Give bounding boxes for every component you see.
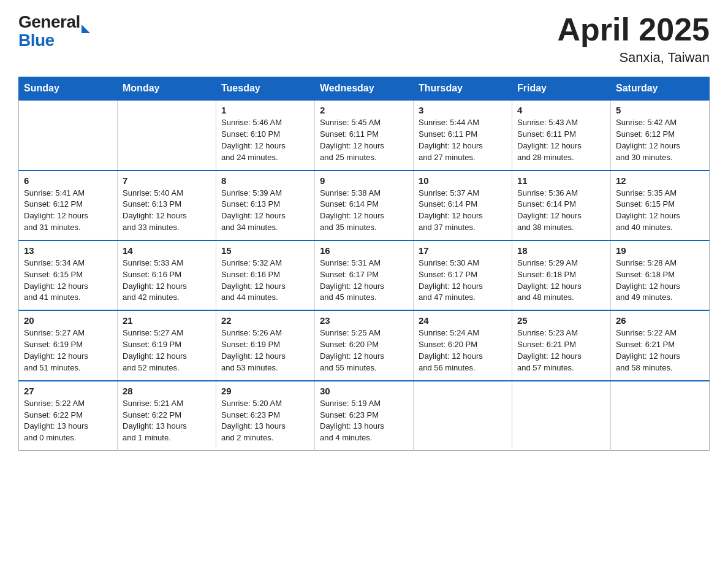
calendar-day-cell: 9Sunrise: 5:38 AM Sunset: 6:14 PM Daylig… bbox=[315, 170, 414, 240]
day-number: 20 bbox=[24, 315, 112, 326]
day-info: Sunrise: 5:38 AM Sunset: 6:14 PM Dayligh… bbox=[320, 188, 408, 234]
calendar-week-row: 13Sunrise: 5:34 AM Sunset: 6:15 PM Dayli… bbox=[19, 240, 710, 310]
calendar-day-cell: 30Sunrise: 5:19 AM Sunset: 6:23 PM Dayli… bbox=[315, 381, 414, 451]
calendar-day-cell: 18Sunrise: 5:29 AM Sunset: 6:18 PM Dayli… bbox=[512, 240, 611, 310]
calendar-day-cell bbox=[611, 381, 710, 451]
day-number: 9 bbox=[320, 175, 408, 186]
day-info: Sunrise: 5:22 AM Sunset: 6:21 PM Dayligh… bbox=[616, 327, 704, 373]
day-info: Sunrise: 5:32 AM Sunset: 6:16 PM Dayligh… bbox=[221, 258, 309, 304]
calendar-day-cell: 28Sunrise: 5:21 AM Sunset: 6:22 PM Dayli… bbox=[118, 381, 216, 451]
calendar-body: 1Sunrise: 5:46 AM Sunset: 6:10 PM Daylig… bbox=[19, 100, 710, 450]
day-info: Sunrise: 5:43 AM Sunset: 6:11 PM Dayligh… bbox=[517, 117, 605, 163]
day-info: Sunrise: 5:29 AM Sunset: 6:18 PM Dayligh… bbox=[517, 258, 605, 304]
day-info: Sunrise: 5:37 AM Sunset: 6:14 PM Dayligh… bbox=[419, 188, 507, 234]
day-info: Sunrise: 5:22 AM Sunset: 6:22 PM Dayligh… bbox=[24, 398, 112, 444]
day-info: Sunrise: 5:21 AM Sunset: 6:22 PM Dayligh… bbox=[123, 398, 211, 444]
calendar-week-row: 27Sunrise: 5:22 AM Sunset: 6:22 PM Dayli… bbox=[19, 381, 710, 451]
day-info: Sunrise: 5:19 AM Sunset: 6:23 PM Dayligh… bbox=[320, 398, 408, 444]
calendar-day-cell: 12Sunrise: 5:35 AM Sunset: 6:15 PM Dayli… bbox=[611, 170, 710, 240]
calendar-day-cell: 3Sunrise: 5:44 AM Sunset: 6:11 PM Daylig… bbox=[414, 100, 512, 170]
day-info: Sunrise: 5:45 AM Sunset: 6:11 PM Dayligh… bbox=[320, 117, 408, 163]
day-number: 16 bbox=[320, 245, 408, 256]
day-info: Sunrise: 5:44 AM Sunset: 6:11 PM Dayligh… bbox=[419, 117, 507, 163]
calendar-day-header: Tuesday bbox=[216, 77, 315, 101]
day-info: Sunrise: 5:46 AM Sunset: 6:10 PM Dayligh… bbox=[221, 117, 309, 163]
calendar-day-cell: 5Sunrise: 5:42 AM Sunset: 6:12 PM Daylig… bbox=[611, 100, 710, 170]
calendar-day-cell: 6Sunrise: 5:41 AM Sunset: 6:12 PM Daylig… bbox=[19, 170, 118, 240]
calendar-day-cell: 25Sunrise: 5:23 AM Sunset: 6:21 PM Dayli… bbox=[512, 310, 611, 380]
day-number: 24 bbox=[419, 315, 507, 326]
logo-blue-text: Blue bbox=[18, 32, 90, 49]
day-number: 8 bbox=[221, 175, 309, 186]
day-number: 28 bbox=[123, 386, 211, 396]
calendar-day-cell: 23Sunrise: 5:25 AM Sunset: 6:20 PM Dayli… bbox=[315, 310, 414, 380]
calendar-day-cell bbox=[414, 381, 512, 451]
day-number: 26 bbox=[616, 315, 704, 326]
day-number: 7 bbox=[123, 175, 211, 186]
calendar-day-header: Saturday bbox=[611, 77, 710, 101]
day-info: Sunrise: 5:42 AM Sunset: 6:12 PM Dayligh… bbox=[616, 117, 704, 163]
day-number: 11 bbox=[517, 175, 605, 186]
calendar-day-header: Friday bbox=[512, 77, 611, 101]
calendar-day-cell: 2Sunrise: 5:45 AM Sunset: 6:11 PM Daylig… bbox=[315, 100, 414, 170]
day-number: 29 bbox=[221, 386, 309, 396]
day-number: 15 bbox=[221, 245, 309, 256]
calendar-day-cell: 22Sunrise: 5:26 AM Sunset: 6:19 PM Dayli… bbox=[216, 310, 315, 380]
day-info: Sunrise: 5:33 AM Sunset: 6:16 PM Dayligh… bbox=[123, 258, 211, 304]
day-number: 5 bbox=[616, 105, 704, 115]
day-number: 21 bbox=[123, 315, 211, 326]
title-block: April 2025 Sanxia, Taiwan bbox=[557, 12, 710, 66]
day-info: Sunrise: 5:20 AM Sunset: 6:23 PM Dayligh… bbox=[221, 398, 309, 444]
calendar-day-cell bbox=[512, 381, 611, 451]
calendar-day-cell: 8Sunrise: 5:39 AM Sunset: 6:13 PM Daylig… bbox=[216, 170, 315, 240]
calendar-day-cell: 1Sunrise: 5:46 AM Sunset: 6:10 PM Daylig… bbox=[216, 100, 315, 170]
calendar-day-header: Sunday bbox=[19, 77, 118, 101]
day-info: Sunrise: 5:41 AM Sunset: 6:12 PM Dayligh… bbox=[24, 188, 112, 234]
calendar-header: SundayMondayTuesdayWednesdayThursdayFrid… bbox=[19, 77, 710, 101]
day-number: 13 bbox=[24, 245, 112, 256]
calendar-day-cell: 29Sunrise: 5:20 AM Sunset: 6:23 PM Dayli… bbox=[216, 381, 315, 451]
calendar-day-cell: 14Sunrise: 5:33 AM Sunset: 6:16 PM Dayli… bbox=[118, 240, 216, 310]
day-number: 25 bbox=[517, 315, 605, 326]
day-info: Sunrise: 5:30 AM Sunset: 6:17 PM Dayligh… bbox=[419, 258, 507, 304]
calendar-table: SundayMondayTuesdayWednesdayThursdayFrid… bbox=[18, 77, 710, 451]
day-number: 22 bbox=[221, 315, 309, 326]
calendar-day-header: Wednesday bbox=[315, 77, 414, 101]
calendar-subtitle: Sanxia, Taiwan bbox=[557, 50, 710, 66]
day-info: Sunrise: 5:34 AM Sunset: 6:15 PM Dayligh… bbox=[24, 258, 112, 304]
calendar-day-cell bbox=[19, 100, 118, 170]
calendar-day-cell: 15Sunrise: 5:32 AM Sunset: 6:16 PM Dayli… bbox=[216, 240, 315, 310]
calendar-day-cell: 10Sunrise: 5:37 AM Sunset: 6:14 PM Dayli… bbox=[414, 170, 512, 240]
day-info: Sunrise: 5:36 AM Sunset: 6:14 PM Dayligh… bbox=[517, 188, 605, 234]
calendar-title: April 2025 bbox=[557, 12, 710, 47]
calendar-day-cell: 26Sunrise: 5:22 AM Sunset: 6:21 PM Dayli… bbox=[611, 310, 710, 380]
day-number: 14 bbox=[123, 245, 211, 256]
day-number: 2 bbox=[320, 105, 408, 115]
day-number: 4 bbox=[517, 105, 605, 115]
day-info: Sunrise: 5:27 AM Sunset: 6:19 PM Dayligh… bbox=[24, 327, 112, 373]
day-info: Sunrise: 5:39 AM Sunset: 6:13 PM Dayligh… bbox=[221, 188, 309, 234]
day-info: Sunrise: 5:24 AM Sunset: 6:20 PM Dayligh… bbox=[419, 327, 507, 373]
calendar-day-cell: 7Sunrise: 5:40 AM Sunset: 6:13 PM Daylig… bbox=[118, 170, 216, 240]
calendar-day-cell: 16Sunrise: 5:31 AM Sunset: 6:17 PM Dayli… bbox=[315, 240, 414, 310]
day-info: Sunrise: 5:40 AM Sunset: 6:13 PM Dayligh… bbox=[123, 188, 211, 234]
logo-general-text: General bbox=[18, 12, 80, 32]
day-info: Sunrise: 5:35 AM Sunset: 6:15 PM Dayligh… bbox=[616, 188, 704, 234]
day-number: 12 bbox=[616, 175, 704, 186]
calendar-week-row: 1Sunrise: 5:46 AM Sunset: 6:10 PM Daylig… bbox=[19, 100, 710, 170]
day-number: 1 bbox=[221, 105, 309, 115]
day-number: 10 bbox=[419, 175, 507, 186]
calendar-day-cell: 17Sunrise: 5:30 AM Sunset: 6:17 PM Dayli… bbox=[414, 240, 512, 310]
day-number: 30 bbox=[320, 386, 408, 396]
calendar-day-cell bbox=[118, 100, 216, 170]
calendar-day-cell: 11Sunrise: 5:36 AM Sunset: 6:14 PM Dayli… bbox=[512, 170, 611, 240]
day-info: Sunrise: 5:27 AM Sunset: 6:19 PM Dayligh… bbox=[123, 327, 211, 373]
day-number: 17 bbox=[419, 245, 507, 256]
calendar-day-cell: 4Sunrise: 5:43 AM Sunset: 6:11 PM Daylig… bbox=[512, 100, 611, 170]
day-number: 3 bbox=[419, 105, 507, 115]
day-number: 18 bbox=[517, 245, 605, 256]
day-number: 6 bbox=[24, 175, 112, 186]
page-header: General Blue April 2025 Sanxia, Taiwan bbox=[18, 12, 710, 66]
calendar-day-cell: 13Sunrise: 5:34 AM Sunset: 6:15 PM Dayli… bbox=[19, 240, 118, 310]
day-info: Sunrise: 5:31 AM Sunset: 6:17 PM Dayligh… bbox=[320, 258, 408, 304]
